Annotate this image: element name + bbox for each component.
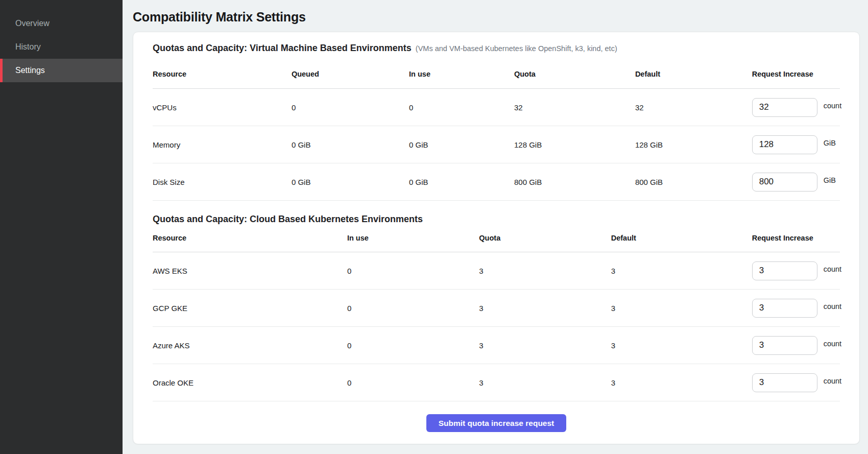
cell-in-use: 0: [347, 252, 479, 290]
cell-request-increase: count: [752, 89, 840, 126]
unit-label: GiB: [824, 139, 836, 147]
cell-default: 32: [635, 89, 752, 126]
disk-size-request-input[interactable]: [752, 173, 817, 192]
table-row-memory: Memory 0 GiB 0 GiB 128 GiB 128 GiB GiB: [153, 126, 840, 163]
column-header-in-use: In use: [409, 54, 514, 89]
sidebar-item-overview[interactable]: Overview: [0, 12, 123, 35]
cell-quota: 3: [479, 327, 611, 364]
azure-aks-request-input[interactable]: [752, 336, 817, 355]
column-header-queued: Queued: [292, 54, 409, 89]
cell-in-use: 0: [347, 290, 479, 327]
submit-button-row: Submit quota increase request: [153, 401, 840, 432]
unit-label: count: [824, 265, 841, 273]
cell-request-increase: GiB: [752, 163, 840, 201]
unit-label: count: [824, 302, 841, 310]
submit-quota-button[interactable]: Submit quota increase request: [426, 414, 567, 432]
cell-resource: AWS EKS: [153, 252, 347, 290]
vcpus-request-input[interactable]: [752, 98, 817, 117]
column-header-quota: Quota: [479, 225, 611, 252]
cell-resource: vCPUs: [153, 89, 292, 126]
oracle-oke-request-input[interactable]: [752, 373, 817, 392]
table-row-gcp-gke: GCP GKE 0 3 3 count: [153, 290, 840, 327]
column-header-default: Default: [611, 225, 752, 252]
cell-resource: Disk Size: [153, 163, 292, 201]
cell-resource: Memory: [153, 126, 292, 163]
cell-quota: 32: [514, 89, 635, 126]
cell-request-increase: count: [752, 290, 840, 327]
cell-default: 128 GiB: [635, 126, 752, 163]
column-header-resource: Resource: [153, 225, 347, 252]
memory-request-input[interactable]: [752, 135, 817, 154]
cell-resource: Azure AKS: [153, 327, 347, 364]
vm-quota-table: Resource Queued In use Quota Default Req…: [153, 54, 840, 201]
vm-section-title: Quotas and Capacity: Virtual Machine Bas…: [153, 42, 412, 54]
table-row-disk-size: Disk Size 0 GiB 0 GiB 800 GiB 800 GiB Gi…: [153, 163, 840, 201]
unit-label: GiB: [824, 176, 836, 184]
column-header-resource: Resource: [153, 54, 292, 89]
page-title: Compatibility Matrix Settings: [133, 9, 868, 25]
cell-in-use: 0: [347, 327, 479, 364]
settings-card: Quotas and Capacity: Virtual Machine Bas…: [133, 32, 860, 444]
vm-table-header-row: Resource Queued In use Quota Default Req…: [153, 54, 840, 89]
table-row-oracle-oke: Oracle OKE 0 3 3 count: [153, 364, 840, 401]
unit-label: count: [824, 340, 841, 348]
cell-default: 3: [611, 327, 752, 364]
vm-section-subtitle: (VMs and VM-based Kubernetes like OpenSh…: [416, 44, 617, 53]
cell-request-increase: count: [752, 252, 840, 290]
cell-queued: 0 GiB: [292, 163, 409, 201]
cell-default: 3: [611, 252, 752, 290]
cell-quota: 3: [479, 364, 611, 401]
cell-default: 3: [611, 364, 752, 401]
cell-quota: 3: [479, 252, 611, 290]
column-header-request-increase: Request Increase: [752, 54, 840, 89]
cell-in-use: 0 GiB: [409, 163, 514, 201]
cell-default: 800 GiB: [635, 163, 752, 201]
unit-label: count: [824, 102, 841, 110]
cell-quota: 3: [479, 290, 611, 327]
vm-section-header: Quotas and Capacity: Virtual Machine Bas…: [153, 42, 840, 54]
unit-label: count: [824, 377, 841, 385]
table-row-aws-eks: AWS EKS 0 3 3 count: [153, 252, 840, 290]
cell-queued: 0 GiB: [292, 126, 409, 163]
cell-in-use: 0: [409, 89, 514, 126]
cell-request-increase: count: [752, 364, 840, 401]
gcp-gke-request-input[interactable]: [752, 299, 817, 318]
cell-in-use: 0: [347, 364, 479, 401]
column-header-request-increase: Request Increase: [752, 225, 840, 252]
cell-default: 3: [611, 290, 752, 327]
cloud-section-title: Quotas and Capacity: Cloud Based Kuberne…: [153, 213, 423, 225]
sidebar-item-label: Settings: [15, 66, 45, 75]
column-header-default: Default: [635, 54, 752, 89]
main-content: Compatibility Matrix Settings Quotas and…: [123, 0, 868, 454]
cell-resource: GCP GKE: [153, 290, 347, 327]
cell-queued: 0: [292, 89, 409, 126]
cell-quota: 128 GiB: [514, 126, 635, 163]
aws-eks-request-input[interactable]: [752, 261, 817, 280]
cell-request-increase: count: [752, 327, 840, 364]
sidebar-item-settings[interactable]: Settings: [0, 59, 123, 82]
cloud-table-header-row: Resource In use Quota Default Request In…: [153, 225, 840, 252]
cell-resource: Oracle OKE: [153, 364, 347, 401]
table-row-azure-aks: Azure AKS 0 3 3 count: [153, 327, 840, 364]
sidebar: Overview History Settings: [0, 0, 123, 454]
cloud-section-header: Quotas and Capacity: Cloud Based Kuberne…: [153, 213, 840, 225]
cell-quota: 800 GiB: [514, 163, 635, 201]
sidebar-item-label: History: [15, 42, 41, 52]
sidebar-item-label: Overview: [15, 19, 50, 28]
cloud-quota-table: Resource In use Quota Default Request In…: [153, 225, 840, 401]
sidebar-item-history[interactable]: History: [0, 35, 123, 59]
cell-in-use: 0 GiB: [409, 126, 514, 163]
cell-request-increase: GiB: [752, 126, 840, 163]
column-header-quota: Quota: [514, 54, 635, 89]
column-header-in-use: In use: [347, 225, 479, 252]
table-row-vcpus: vCPUs 0 0 32 32 count: [153, 89, 840, 126]
